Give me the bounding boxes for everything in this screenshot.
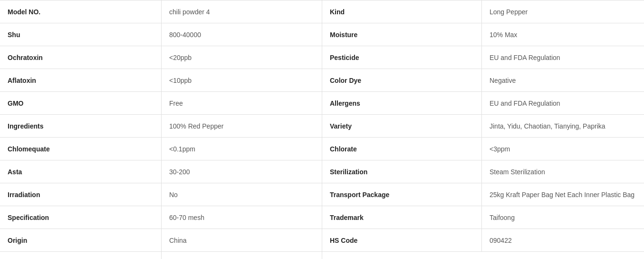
row-label: Chlorate bbox=[322, 138, 482, 160]
row-value: No bbox=[162, 183, 322, 206]
row-value: Long Pepper bbox=[482, 0, 644, 23]
table-row: Specification 60-70 mesh bbox=[0, 206, 322, 229]
row-value: <0.1ppm bbox=[162, 138, 322, 160]
row-label: Color Dye bbox=[322, 69, 482, 91]
row-label: Production Capacity bbox=[0, 252, 162, 259]
table-row: Asta 30-200 bbox=[0, 160, 322, 183]
table-row: HS Code 090422 bbox=[322, 229, 644, 252]
table-row: Pesticide EU and FDA Regulation bbox=[322, 46, 644, 69]
table-row: Moisture 10% Max bbox=[322, 23, 644, 46]
product-table: Model NO. chili powder 4 Shu 800-40000 O… bbox=[0, 0, 644, 259]
row-label: Asta bbox=[0, 160, 162, 183]
row-value: EU and FDA Regulation bbox=[482, 46, 644, 69]
row-label: Origin bbox=[0, 229, 162, 251]
row-label: GMO bbox=[0, 92, 162, 114]
table-row: Kind Long Pepper bbox=[322, 0, 644, 23]
row-value: 30-200 bbox=[162, 160, 322, 183]
row-label: HS Code bbox=[322, 229, 482, 251]
table-row: Color Dye Negative bbox=[322, 69, 644, 92]
row-label: Aflatoxin bbox=[0, 69, 162, 91]
row-value: <20ppb bbox=[162, 46, 322, 69]
row-value: <3ppm bbox=[482, 138, 644, 160]
row-label: Pesticide bbox=[322, 46, 482, 69]
table-row: Origin China bbox=[0, 229, 322, 252]
table-row: Transport Package 25kg Kraft Paper Bag N… bbox=[322, 183, 644, 206]
row-value: 25kg Kraft Paper Bag Net Each Inner Plas… bbox=[482, 183, 644, 206]
row-value: chili powder 4 bbox=[162, 0, 322, 23]
left-column: Model NO. chili powder 4 Shu 800-40000 O… bbox=[0, 0, 322, 259]
row-label: Specification bbox=[0, 206, 162, 229]
table-row: Aflatoxin <10ppb bbox=[0, 69, 322, 92]
table-row: Shu 800-40000 bbox=[0, 23, 322, 46]
row-value: 090422 bbox=[482, 229, 644, 251]
row-value: China bbox=[162, 229, 322, 251]
row-value: EU and FDA Regulation bbox=[482, 92, 644, 114]
table-row: Chlomequate <0.1ppm bbox=[0, 138, 322, 160]
row-value: 800-40000 bbox=[162, 23, 322, 46]
row-label: Chlomequate bbox=[0, 138, 162, 160]
row-label: Shu bbox=[0, 23, 162, 46]
row-value: Jinta, Yidu, Chaotian, Tianying, Paprika bbox=[482, 115, 644, 137]
row-label: Sterilization bbox=[322, 160, 482, 183]
table-row: Irradiation No bbox=[0, 183, 322, 206]
table-row: Trademark Taifoong bbox=[322, 206, 644, 229]
row-label: Kind bbox=[322, 0, 482, 23]
right-column: Kind Long Pepper Moisture 10% Max Pestic… bbox=[322, 0, 644, 259]
row-value: Taifoong bbox=[482, 206, 644, 229]
table-row: Production Capacity 10000mt/Year bbox=[0, 252, 322, 259]
row-value: 60-70 mesh bbox=[162, 206, 322, 229]
table-row: Ingredients 100% Red Pepper bbox=[0, 115, 322, 138]
row-label: Variety bbox=[322, 115, 482, 137]
row-label: Irradiation bbox=[0, 183, 162, 206]
row-label: Ochratoxin bbox=[0, 46, 162, 69]
row-label: Moisture bbox=[322, 23, 482, 46]
row-value: 10000mt/Year bbox=[162, 252, 322, 259]
row-value: Steam Sterilization bbox=[482, 160, 644, 183]
table-row: Sterilization Steam Sterilization bbox=[322, 160, 644, 183]
table-row: Ochratoxin <20ppb bbox=[0, 46, 322, 69]
table-row: Model NO. chili powder 4 bbox=[0, 0, 322, 23]
row-value: <10ppb bbox=[162, 69, 322, 91]
table-row: Allergens EU and FDA Regulation bbox=[322, 92, 644, 115]
table-row: Variety Jinta, Yidu, Chaotian, Tianying,… bbox=[322, 115, 644, 138]
row-label: Transport Package bbox=[322, 183, 482, 206]
table-row: GMO Free bbox=[0, 92, 322, 115]
row-label: Allergens bbox=[322, 92, 482, 114]
row-value: Free bbox=[162, 92, 322, 114]
row-value: Negative bbox=[482, 69, 644, 91]
row-label: Trademark bbox=[322, 206, 482, 229]
row-value: 100% Red Pepper bbox=[162, 115, 322, 137]
table-row: Chlorate <3ppm bbox=[322, 138, 644, 160]
row-label: Ingredients bbox=[0, 115, 162, 137]
row-value: 10% Max bbox=[482, 23, 644, 46]
row-label: Model NO. bbox=[0, 0, 162, 23]
